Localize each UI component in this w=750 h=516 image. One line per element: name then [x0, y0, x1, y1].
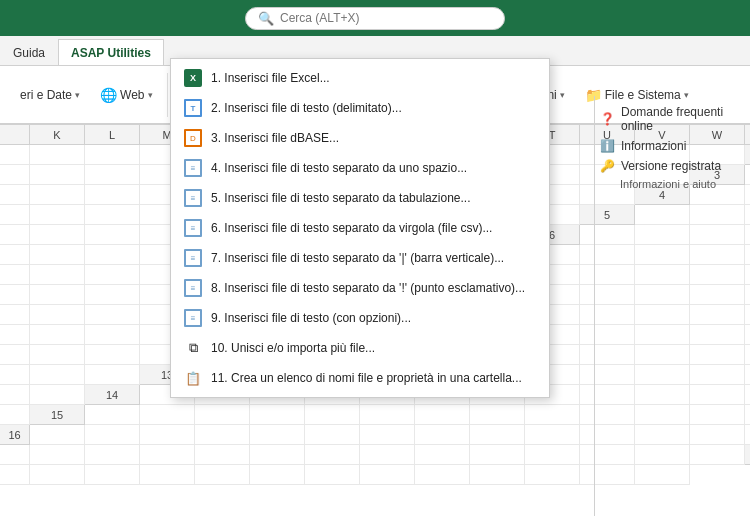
registered-item[interactable]: 🔑 Versione registrata — [600, 156, 740, 176]
cell[interactable] — [635, 245, 690, 265]
cell[interactable] — [85, 225, 140, 245]
cell[interactable] — [360, 405, 415, 425]
cell[interactable] — [0, 325, 30, 345]
cell[interactable] — [85, 185, 140, 205]
cell[interactable] — [140, 405, 195, 425]
cell[interactable] — [690, 365, 745, 385]
cell[interactable] — [745, 325, 750, 345]
cell[interactable] — [580, 345, 635, 365]
cell[interactable] — [745, 425, 750, 445]
menu-item-11[interactable]: 📋11. Crea un elenco di nomi file e propr… — [171, 363, 549, 393]
cell[interactable] — [305, 425, 360, 445]
menu-item-9[interactable]: ≡9. Inserisci file di testo (con opzioni… — [171, 303, 549, 333]
cell[interactable] — [415, 465, 470, 485]
cell[interactable] — [30, 245, 85, 265]
cell[interactable] — [635, 425, 690, 445]
cell[interactable] — [360, 465, 415, 485]
cell[interactable] — [85, 365, 140, 385]
cell[interactable] — [30, 425, 85, 445]
cell[interactable] — [690, 205, 745, 225]
cell[interactable] — [580, 445, 635, 465]
datetime-btn[interactable]: eri e Date ▾ — [12, 84, 88, 106]
cell[interactable] — [30, 365, 85, 385]
menu-item-5[interactable]: ≡5. Inserisci file di testo separato da … — [171, 183, 549, 213]
cell[interactable] — [30, 225, 85, 245]
web-btn[interactable]: 🌐 Web ▾ — [92, 83, 160, 107]
cell[interactable] — [85, 305, 140, 325]
cell[interactable] — [140, 445, 195, 465]
tab-guida[interactable]: Guida — [0, 39, 58, 65]
cell[interactable] — [85, 345, 140, 365]
cell[interactable] — [580, 465, 635, 485]
cell[interactable] — [0, 205, 30, 225]
cell[interactable] — [690, 445, 745, 465]
cell[interactable] — [745, 345, 750, 365]
cell[interactable] — [0, 385, 30, 405]
cell[interactable] — [635, 385, 690, 405]
cell[interactable] — [690, 325, 745, 345]
cell[interactable] — [580, 285, 635, 305]
cell[interactable] — [525, 425, 580, 445]
cell[interactable] — [635, 265, 690, 285]
cell[interactable] — [0, 405, 30, 425]
cell[interactable] — [690, 345, 745, 365]
cell[interactable] — [30, 145, 85, 165]
cell[interactable] — [85, 285, 140, 305]
cell[interactable] — [0, 145, 30, 165]
faq-item[interactable]: ❓ Domande frequenti online — [600, 102, 740, 136]
cell[interactable] — [470, 405, 525, 425]
cell[interactable] — [0, 265, 30, 285]
cell[interactable] — [470, 425, 525, 445]
cell[interactable] — [470, 445, 525, 465]
menu-item-4[interactable]: ≡4. Inserisci file di testo separato da … — [171, 153, 549, 183]
menu-item-10[interactable]: ⧉10. Unisci e/o importa più file... — [171, 333, 549, 363]
cell[interactable] — [360, 425, 415, 445]
cell[interactable] — [745, 205, 750, 225]
cell[interactable] — [745, 405, 750, 425]
cell[interactable] — [580, 365, 635, 385]
cell[interactable] — [305, 465, 360, 485]
cell[interactable] — [635, 325, 690, 345]
cell[interactable] — [0, 445, 30, 465]
cell[interactable] — [580, 385, 635, 405]
cell[interactable] — [0, 465, 30, 485]
cell[interactable] — [85, 325, 140, 345]
cell[interactable] — [690, 225, 745, 245]
cell[interactable] — [85, 205, 140, 225]
cell[interactable] — [415, 405, 470, 425]
cell[interactable] — [30, 205, 85, 225]
cell[interactable] — [635, 345, 690, 365]
cell[interactable] — [85, 445, 140, 465]
cell[interactable] — [0, 285, 30, 305]
tab-asap[interactable]: ASAP Utilities — [58, 39, 164, 65]
cell[interactable] — [195, 465, 250, 485]
cell[interactable] — [635, 305, 690, 325]
cell[interactable] — [690, 425, 745, 445]
cell[interactable] — [30, 165, 85, 185]
cell[interactable] — [30, 445, 85, 465]
cell[interactable] — [360, 445, 415, 465]
cell[interactable] — [195, 405, 250, 425]
cell[interactable] — [85, 425, 140, 445]
search-box[interactable]: 🔍 — [245, 7, 505, 30]
menu-item-8[interactable]: ≡8. Inserisci file di testo separato da … — [171, 273, 549, 303]
cell[interactable] — [690, 305, 745, 325]
cell[interactable] — [745, 365, 750, 385]
cell[interactable] — [525, 445, 580, 465]
menu-item-3[interactable]: D3. Inserisci file dBASE... — [171, 123, 549, 153]
cell[interactable] — [0, 345, 30, 365]
cell[interactable] — [30, 305, 85, 325]
cell[interactable] — [250, 425, 305, 445]
cell[interactable] — [745, 245, 750, 265]
cell[interactable] — [30, 385, 85, 405]
cell[interactable] — [250, 465, 305, 485]
cell[interactable] — [690, 405, 745, 425]
menu-item-1[interactable]: X1. Inserisci file Excel... — [171, 63, 549, 93]
search-input[interactable] — [280, 11, 492, 25]
info-item[interactable]: ℹ️ Informazioni — [600, 136, 740, 156]
cell[interactable] — [525, 405, 580, 425]
menu-item-7[interactable]: ≡7. Inserisci file di testo separato da … — [171, 243, 549, 273]
cell[interactable] — [690, 285, 745, 305]
cell[interactable] — [30, 325, 85, 345]
cell[interactable] — [30, 465, 85, 485]
